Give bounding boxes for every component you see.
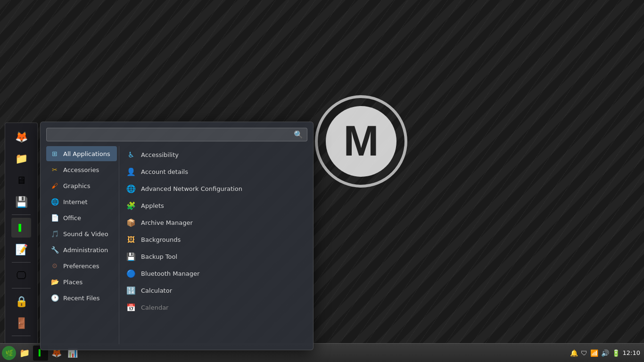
app-advanced-network-label: Advanced Network Configuration (141, 185, 242, 192)
category-admin-label: Administration (63, 247, 108, 254)
app-menu: 🔍 ⊞ All Applications ✂ Accessories 🖌 Gra… (40, 122, 314, 350)
category-preferences[interactable]: ⚙ Preferences (46, 258, 117, 273)
app-backup-tool[interactable]: 💾 Backup Tool (123, 248, 304, 265)
app-advanced-network[interactable]: 🌐 Advanced Network Configuration (123, 180, 304, 197)
panel-privacy[interactable]: 🔒 (11, 291, 31, 311)
panel-terminal[interactable]: ▌ (11, 218, 31, 238)
taskbar-notifications-icon[interactable]: 🔔 (570, 349, 578, 357)
backgrounds-icon: 🖼 (126, 234, 136, 245)
category-office[interactable]: 📄 Office (46, 210, 117, 225)
category-places-label: Places (63, 279, 83, 286)
desktop-logo: M (314, 94, 408, 189)
graphics-icon: 🖌 (50, 181, 59, 190)
category-graphics-label: Graphics (63, 182, 90, 189)
backup-tool-icon: 💾 (126, 251, 136, 262)
category-accessories[interactable]: ✂ Accessories (46, 162, 117, 177)
taskbar-security-icon[interactable]: 🛡 (581, 349, 587, 357)
taskbar-files-button[interactable]: 📁 (17, 346, 32, 361)
panel-separator-1 (12, 214, 31, 215)
app-backgrounds[interactable]: 🖼 Backgrounds (123, 231, 304, 248)
app-calendar-label: Calendar (141, 304, 168, 311)
taskbar-volume-icon[interactable]: 🔊 (601, 349, 609, 357)
accessories-icon: ✂ (50, 165, 59, 174)
category-administration[interactable]: 🔧 Administration (46, 242, 117, 257)
panel-text-editor[interactable]: 📝 (11, 239, 31, 259)
category-places[interactable]: 📂 Places (46, 274, 117, 289)
category-accessories-label: Accessories (63, 166, 99, 173)
internet-icon: 🌐 (50, 197, 59, 206)
app-account-details[interactable]: 👤 Account details (123, 163, 304, 180)
category-all[interactable]: ⊞ All Applications (46, 146, 117, 161)
app-applets[interactable]: 🧩 Applets (123, 197, 304, 214)
app-bluetooth-label: Bluetooth Manager (141, 270, 199, 277)
places-icon: 📂 (50, 277, 59, 287)
panel-firefox[interactable]: 🦊 (11, 127, 31, 147)
app-calendar[interactable]: 📅 Calendar (123, 299, 304, 316)
panel-disk[interactable]: 💾 (11, 192, 31, 212)
app-backup-label: Backup Tool (141, 253, 177, 260)
office-icon: 📄 (50, 213, 59, 222)
category-graphics[interactable]: 🖌 Graphics (46, 178, 117, 193)
prefs-icon: ⚙ (50, 261, 59, 271)
app-accessibility-label: Accessibility (141, 151, 179, 158)
taskbar-right: 🔔 🛡 📶 🔊 🔋 12:10 (566, 349, 644, 357)
panel-separator-4 (12, 336, 31, 336)
category-internet-label: Internet (63, 198, 88, 206)
category-sound-video[interactable]: 🎵 Sound & Video (46, 226, 117, 241)
admin-icon: 🔧 (50, 245, 59, 255)
category-all-label: All Applications (63, 150, 110, 157)
sound-icon: 🎵 (50, 229, 59, 239)
category-prefs-label: Preferences (63, 263, 99, 270)
panel-separator-3 (12, 288, 31, 288)
app-account-label: Account details (141, 168, 188, 175)
applets-icon: 🧩 (126, 200, 136, 211)
panel-screenshot[interactable]: 🖥 (11, 170, 31, 190)
app-archive-manager[interactable]: 📦 Archive Manager (123, 214, 304, 231)
categories-panel: ⊞ All Applications ✂ Accessories 🖌 Graph… (46, 146, 119, 344)
bluetooth-icon: 🔵 (126, 268, 136, 279)
app-applets-label: Applets (141, 202, 164, 209)
panel: 🦊 📁 🖥 💾 ▌ 📝 🖵 🔒 🚪 📱 (5, 123, 38, 362)
app-accessibility[interactable]: ♿ Accessibility (123, 146, 304, 163)
panel-files[interactable]: 📁 (11, 148, 31, 168)
accessibility-app-icon: ♿ (126, 149, 136, 160)
svg-text:M: M (344, 117, 379, 165)
panel-display[interactable]: 🖵 (11, 265, 31, 285)
calendar-icon: 📅 (126, 302, 136, 313)
category-recent[interactable]: 🕐 Recent Files (46, 290, 117, 305)
advanced-network-icon: 🌐 (126, 183, 136, 194)
category-office-label: Office (63, 214, 81, 222)
search-bar: 🔍 (46, 128, 307, 141)
panel-separator-2 (12, 262, 31, 263)
search-icon[interactable]: 🔍 (294, 130, 303, 139)
account-details-icon: 👤 (126, 166, 136, 177)
app-calculator[interactable]: 🔢 Calculator (123, 282, 304, 299)
all-apps-icon: ⊞ (50, 149, 59, 158)
category-internet[interactable]: 🌐 Internet (46, 194, 117, 209)
app-backgrounds-label: Backgrounds (141, 236, 181, 243)
panel-exit[interactable]: 🚪 (11, 313, 31, 333)
taskbar-clock: 12:10 (623, 349, 640, 356)
taskbar-mint-button[interactable]: 🌿 (2, 346, 16, 360)
category-sound-label: Sound & Video (63, 230, 108, 238)
category-recent-label: Recent Files (63, 295, 100, 302)
menu-body: ⊞ All Applications ✂ Accessories 🖌 Graph… (46, 146, 307, 344)
app-calculator-label: Calculator (141, 287, 172, 294)
search-input[interactable] (50, 131, 294, 139)
taskbar-battery-icon[interactable]: 🔋 (612, 349, 620, 357)
recent-icon: 🕐 (50, 293, 59, 303)
archive-manager-icon: 📦 (126, 217, 136, 228)
taskbar-wifi-icon[interactable]: 📶 (590, 349, 598, 357)
app-archive-label: Archive Manager (141, 219, 193, 226)
app-bluetooth[interactable]: 🔵 Bluetooth Manager (123, 265, 304, 282)
apps-list: ♿ Accessibility 👤 Account details 🌐 Adva… (119, 146, 307, 344)
calculator-icon: 🔢 (126, 285, 136, 296)
desktop: M 🦊 📁 🖥 💾 ▌ 📝 🖵 🔒 🚪 📱 🔍 ⊞ (0, 0, 644, 362)
